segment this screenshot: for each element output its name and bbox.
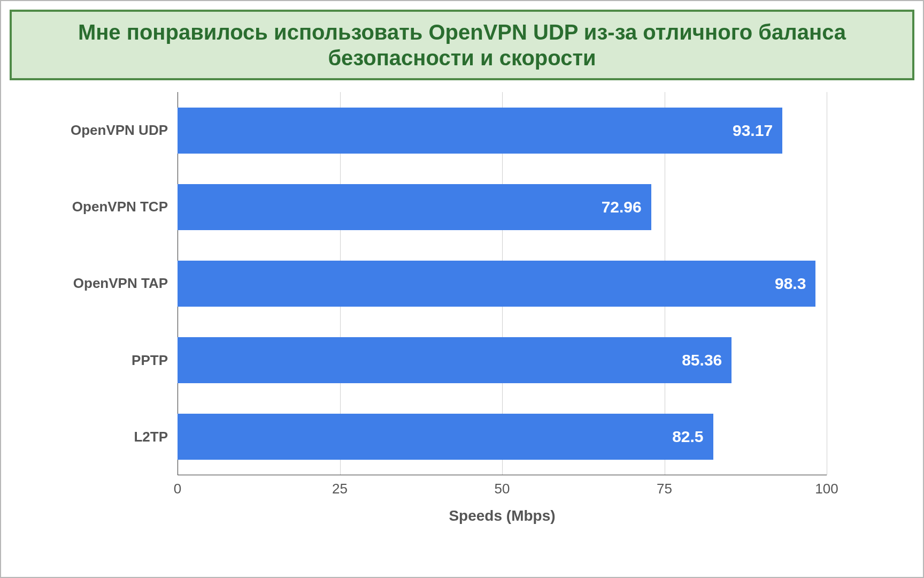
bar-row: PPTP 85.36 [178, 337, 827, 383]
bar-value-label: 72.96 [602, 198, 642, 216]
bar: 85.36 [178, 337, 732, 383]
bar: 72.96 [178, 184, 651, 230]
gridline-100 [827, 92, 827, 475]
bar-value-label: 98.3 [775, 275, 806, 293]
category-label: OpenVPN TAP [34, 275, 168, 292]
plot-area: OpenVPN UDP 93.17 OpenVPN TCP 72.96 Open… [178, 92, 827, 475]
x-tick-label: 0 [174, 481, 181, 497]
chart-area: OpenVPN UDP 93.17 OpenVPN TCP 72.96 Open… [33, 92, 891, 545]
chart-frame: Мне понравилось использовать OpenVPN UDP… [0, 0, 924, 578]
x-tick-label: 100 [815, 481, 838, 497]
x-tick-label: 50 [495, 481, 510, 497]
category-label: OpenVPN TCP [34, 199, 168, 215]
bar-row: L2TP 82.5 [178, 414, 827, 460]
x-tick-label: 75 [657, 481, 672, 497]
category-label: OpenVPN UDP [34, 122, 168, 139]
bar: 98.3 [178, 261, 815, 307]
chart-title: Мне понравилось использовать OpenVPN UDP… [10, 10, 914, 80]
category-label: L2TP [34, 429, 168, 445]
bar-value-label: 82.5 [672, 428, 703, 446]
x-axis-line [178, 475, 827, 475]
bar-row: OpenVPN TAP 98.3 [178, 261, 827, 307]
category-label: PPTP [34, 352, 168, 369]
bar-row: OpenVPN UDP 93.17 [178, 108, 827, 154]
x-axis-label: Speeds (Mbps) [178, 507, 827, 524]
bar-value-label: 93.17 [733, 121, 773, 140]
bar: 82.5 [178, 414, 713, 460]
x-tick-label: 25 [332, 481, 348, 497]
bar-row: OpenVPN TCP 72.96 [178, 184, 827, 230]
bar: 93.17 [178, 108, 782, 154]
bar-value-label: 85.36 [682, 351, 722, 369]
